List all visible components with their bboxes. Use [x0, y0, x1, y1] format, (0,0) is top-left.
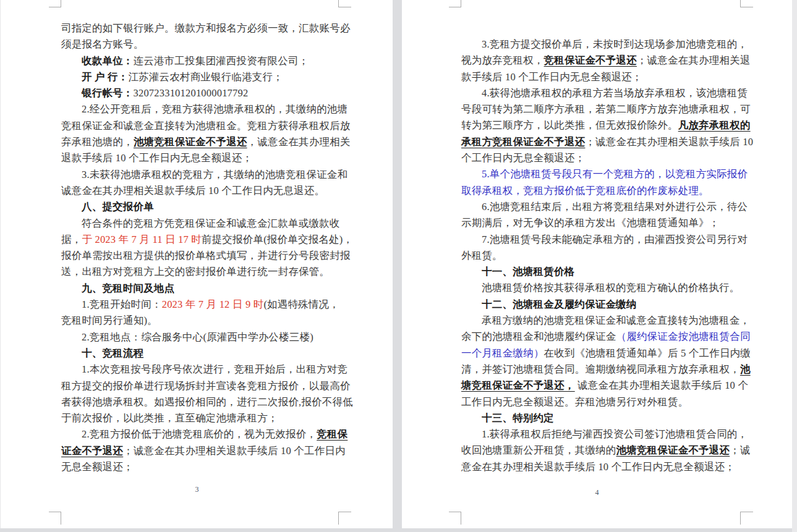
page-4-text: 3.竞租方提交报价单后，未按时到达现场参加池塘竞租的，视为放弃竞租权，竞租保证金… [461, 36, 741, 475]
text-line: 1.本次竞租按号段序号依次进行，竞租开始后，出租方对竞 [61, 361, 338, 378]
text-line: 十、竞租流程 [61, 345, 338, 361]
text-line: 2.竞租地点：综合服务中心(原灌西中学办公楼三楼) [61, 329, 338, 345]
background-strip [0, 528, 792, 532]
text-line: 者获得池塘承租权。如遇报价相同的，进行二次报价,报价不得低 [61, 394, 338, 410]
text-line: 7.池塘租赁号段未能确定承租方的，由灌西投资公司另行对 [461, 232, 741, 248]
text-line: 个工作日内无息全额退还； [461, 150, 741, 166]
page-4-number: 4 [402, 488, 792, 497]
text-line: 九、竞租时间及地点 [61, 281, 338, 297]
text-line: 于前次报价，以此类推，直至确定池塘承租方； [61, 410, 338, 426]
text-line: 清，并签订池塘租赁合同。逾期缴纳视同承租方放弃承租权，池 [461, 361, 741, 378]
text-line: 意金在其办理相关退款手续后 10 个工作日内无息全额退还； [461, 459, 741, 475]
text-line: 承租方缴纳的池塘竞租保证金和诚意金直接转为池塘租金， [461, 313, 741, 329]
text-line: 5.单个池塘租赁号段只有一个竞租方的，以竞租方实际报价 [461, 166, 741, 182]
text-line: 款手续后 10 个工作日内无息全额退还； [461, 69, 741, 85]
document-viewer: 司指定的如下银行账户。缴款方和报名方必须一致，汇款账号必须是报名方账号。收款单位… [0, 0, 797, 532]
text-line: 司指定的如下银行账户。缴款方和报名方必须一致，汇款账号必 [61, 20, 338, 36]
text-line: 银行帐号：3207233101201000017792 [61, 85, 338, 101]
text-line: 6.池塘竞租结束后，出租方将竞租结果对外进行公示，待公 [461, 199, 741, 215]
crop-mark-bottom-right [740, 512, 753, 525]
text-line: 转为第三顺序方，以此类推，但无效报价除外。凡放弃承租权的 [461, 117, 741, 133]
text-line: 诚意金在其办理相关退款手续后 10 个工作日内无息退还。 [61, 183, 338, 199]
text-line: 租方提交的报价单进行现场拆封并宣读各竞租方报价，以最高价 [61, 378, 338, 394]
text-line: 号段可转为第二顺序方承租，若第二顺序方放弃池塘承租权，可 [461, 101, 741, 117]
text-line: 工作日内无息全额退还。弃租池塘另行对外租赁。 [461, 394, 741, 410]
crop-mark-bottom-left [449, 512, 461, 525]
text-line: 报价单需按出租方提供的报价单格式填写，并进行分号段密封报 [61, 248, 338, 264]
text-line: 1.竞租开始时间：2023 年 7 月 12 日 9 时(如遇特殊情况， [61, 297, 338, 313]
page-3-number: 3 [1, 485, 393, 494]
crop-mark-bottom-left [49, 512, 61, 525]
text-line: 2.竞租方报价低于池塘竞租底价的，视为无效报价，竞租保 [61, 426, 338, 442]
text-line: 开 户 行：江苏灌云农村商业银行临港支行； [61, 69, 338, 85]
text-line: 承租方竞租保证金不予退还；诚意金在其办理相关退款手续后 10 [461, 134, 741, 150]
text-line: 余下的池塘租金和池塘履约保证金（履约保证金按池塘租赁合同 [461, 329, 741, 345]
text-line: 外租赁。 [461, 248, 741, 264]
text-line: 符合条件的竞租方凭竞租保证金和诚意金汇款单或缴款收 [61, 216, 338, 232]
text-line: 竞租时间另行通知)。 [61, 313, 338, 329]
text-line: 3.竞租方提交报价单后，未按时到达现场参加池塘竞租的， [461, 36, 741, 53]
text-line: 2.经公开竞租后，竞租方获得池塘承租权的，其缴纳的池塘 [61, 101, 338, 117]
text-line: 池塘租赁价格按其获得承租权的竞租方确认的价格执行。 [461, 280, 741, 296]
text-line: 据，于 2023 年 7 月 11 日 17 时前提交报价单(报价单交报名处)， [61, 232, 338, 248]
page-3-text: 司指定的如下银行账户。缴款方和报名方必须一致，汇款账号必须是报名方账号。收款单位… [61, 20, 338, 475]
text-line: 塘竞租保证金不予退还， 诚意金在其办理相关退款手续后 10 个 [461, 378, 741, 394]
text-line: 无息全额退还； [61, 459, 338, 475]
text-line: 八、提交报价单 [61, 199, 338, 215]
text-line: 一个月租金缴纳）在收到《池塘租赁通知单》后 5 个工作日内缴 [461, 345, 741, 361]
text-line: 收回池塘重新公开租赁，其缴纳的池塘竞租保证金不予退还；诚 [461, 442, 741, 458]
crop-mark-top-left [49, 0, 61, 7]
crop-mark-top-left [449, 0, 461, 7]
text-line: 竞租保证金和诚意金直接转为池塘租金。竞租方获得承租权后放 [61, 118, 338, 134]
text-line: 收款单位：连云港市工投集团灌西投资有限公司； [61, 53, 338, 69]
text-line: 视为放弃竞租权，竞租保证金不予退还；诚意金在其办理相关退 [461, 53, 741, 69]
page-3: 司指定的如下银行账户。缴款方和报名方必须一致，汇款账号必须是报名方账号。收款单位… [0, 0, 393, 528]
text-line: 1.获得承租权后拒绝与灌西投资公司签订池塘租赁合同的， [461, 426, 741, 442]
text-line: 退款手续后 10 个工作日内无息全额退还； [61, 150, 338, 166]
text-line: 4.获得池塘承租权的承租方若当场放弃承租权，该池塘租赁 [461, 85, 741, 101]
crop-mark-top-right [338, 0, 351, 7]
crop-mark-bottom-right [338, 512, 351, 525]
text-line: 十二、池塘租金及履约保证金缴纳 [461, 297, 741, 313]
scrollbar-track[interactable] [792, 0, 797, 532]
text-line: 送，出租方对竞租方上交的密封报价单进行统一封存保管。 [61, 264, 338, 280]
page-4: 3.竞租方提交报价单后，未按时到达现场参加池塘竞租的，视为放弃竞租权，竞租保证金… [402, 0, 792, 528]
text-line: 须是报名方账号。 [61, 36, 338, 53]
text-line: 十三、特别约定 [461, 410, 741, 426]
text-line: 取得承租权，竞租方报价低于竞租底价的作废标处理。 [461, 183, 741, 199]
page-divider [393, 0, 402, 532]
text-line: 十一、池塘租赁价格 [461, 264, 741, 280]
text-line: 示期满后，对无争议的承租方发出《池塘租赁通知单》； [461, 215, 741, 231]
text-line: 3.未获得池塘承租权的竞租方，其缴纳的池塘竞租保证金和 [61, 167, 338, 183]
text-line: 证金不予退还；诚意金在其办理相关退款手续后 10 个工作日内 [61, 443, 338, 459]
crop-mark-top-right [740, 0, 753, 7]
text-line: 弃承租池塘的，池塘竞租保证金不予退还，诚意金在其办理相关 [61, 134, 338, 150]
